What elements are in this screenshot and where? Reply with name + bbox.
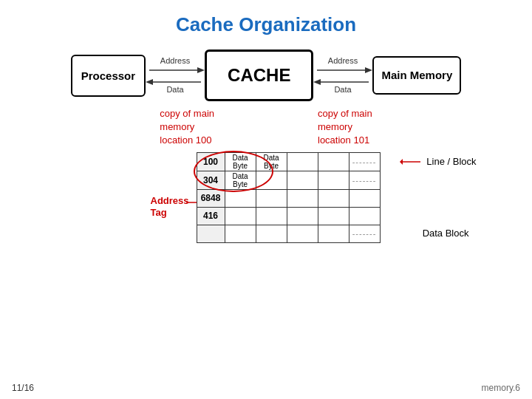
copy-left: copy of mainmemorylocation 100 bbox=[160, 107, 214, 148]
file-name: memory.6 bbox=[482, 383, 520, 393]
table-row: 304 DataByte ------- bbox=[197, 171, 380, 189]
cell-empty-19 bbox=[318, 225, 349, 242]
line-block-arrow-icon bbox=[400, 154, 422, 170]
cache-grid-wrapper: AddressTag 100 DataByte DataByte ------- bbox=[197, 152, 381, 243]
cell-empty-17 bbox=[256, 225, 287, 242]
table-row: 416 bbox=[197, 207, 380, 225]
cache-table-section: AddressTag 100 DataByte DataByte ------- bbox=[0, 152, 532, 243]
cell-empty-12 bbox=[256, 207, 287, 225]
cell-empty-2 bbox=[318, 152, 349, 171]
addr-cell-6848: 6848 bbox=[197, 189, 225, 207]
dashes-100: ------- bbox=[349, 152, 380, 171]
cell-empty-10 bbox=[349, 189, 380, 207]
table-row: 100 DataByte DataByte ------- bbox=[197, 152, 380, 171]
dashes-304: ------- bbox=[349, 171, 380, 189]
processor-box: Processor bbox=[71, 55, 146, 97]
cache-mem-arrows: Address Data bbox=[313, 55, 372, 96]
copy-section: copy of mainmemorylocation 100 copy of m… bbox=[0, 107, 532, 148]
svg-marker-8 bbox=[365, 67, 372, 73]
cell-empty-3 bbox=[256, 171, 287, 189]
cell-empty-6 bbox=[225, 189, 256, 207]
cell-empty-8 bbox=[287, 189, 318, 207]
cell-empty-4 bbox=[287, 171, 318, 189]
svg-marker-10 bbox=[313, 79, 321, 85]
cell-empty-11 bbox=[225, 207, 256, 225]
data-byte-2-100: DataByte bbox=[256, 152, 287, 171]
svg-marker-4 bbox=[146, 79, 153, 85]
cell-empty-18 bbox=[287, 225, 318, 242]
address-tag-label: AddressTag bbox=[151, 195, 189, 220]
cache-label: CACHE bbox=[228, 65, 290, 85]
cell-empty-15 bbox=[349, 207, 380, 225]
cell-empty-5 bbox=[318, 171, 349, 189]
cell-empty-9 bbox=[318, 189, 349, 207]
addr-cell-304: 304 bbox=[197, 171, 225, 189]
addr-cell-100: 100 bbox=[197, 152, 225, 171]
cell-empty-14 bbox=[318, 207, 349, 225]
data-byte-1-304: DataByte bbox=[225, 171, 256, 189]
cache-box: CACHE bbox=[205, 50, 313, 101]
line-block-container: Line / Block bbox=[400, 154, 476, 170]
data-block-arrow-icon bbox=[403, 225, 418, 242]
page-number: 11/16 bbox=[12, 383, 34, 393]
cell-empty-1 bbox=[287, 152, 318, 171]
svg-text:Data: Data bbox=[335, 85, 352, 94]
cell-empty-7 bbox=[256, 189, 287, 207]
page-title: Cache Organization bbox=[0, 0, 532, 44]
main-memory-label: Main Memory bbox=[381, 69, 452, 81]
table-container: 100 DataByte DataByte ------- 304 DataBy… bbox=[197, 152, 381, 243]
svg-marker-15 bbox=[400, 159, 403, 165]
svg-text:Address: Address bbox=[328, 56, 358, 65]
data-block-container: Data Block bbox=[403, 225, 469, 242]
cell-empty-16 bbox=[225, 225, 256, 242]
processor-label: Processor bbox=[81, 69, 135, 82]
svg-text:Address: Address bbox=[160, 56, 191, 65]
svg-marker-2 bbox=[197, 67, 205, 73]
addr-cell-empty bbox=[197, 225, 225, 242]
addr-cell-416: 416 bbox=[197, 207, 225, 225]
proc-cache-arrows: Address Data bbox=[146, 55, 205, 96]
footer-page: 11/16 bbox=[12, 383, 34, 393]
data-block-label: Data Block bbox=[423, 228, 469, 239]
dashes-empty: ------- bbox=[349, 225, 380, 242]
table-row: ------- bbox=[197, 225, 380, 242]
arch-diagram: Processor Address Data CACHE Address Dat… bbox=[0, 50, 532, 101]
main-memory-box: Main Memory bbox=[372, 56, 461, 95]
svg-text:Data: Data bbox=[166, 85, 184, 94]
table-row: 6848 bbox=[197, 189, 380, 207]
line-block-label: Line / Block bbox=[426, 156, 476, 167]
cell-empty-13 bbox=[287, 207, 318, 225]
footer-file: memory.6 bbox=[482, 383, 520, 393]
copy-right: copy of mainmemorylocation 101 bbox=[318, 107, 372, 148]
cache-table: 100 DataByte DataByte ------- 304 DataBy… bbox=[197, 152, 381, 243]
data-byte-1-100: DataByte bbox=[225, 152, 256, 171]
